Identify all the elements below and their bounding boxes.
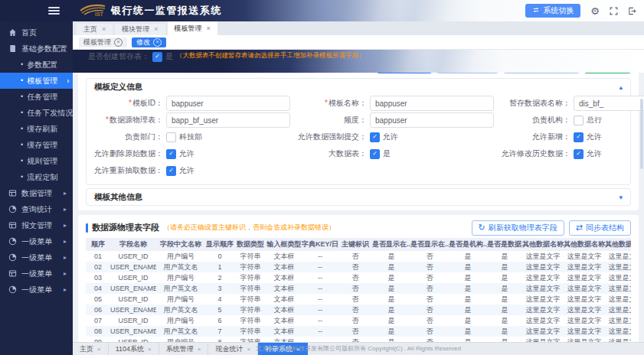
table-cell: 否 — [338, 305, 372, 315]
close-icon[interactable]: × — [154, 24, 158, 35]
table-header-row: 顺序字段名称字段中文名称显示顺序数据类型输入框类型字典KEY/日...主键标识是… — [86, 238, 631, 251]
sidebar-item-template-mgmt[interactable]: •模板管理 — [0, 73, 73, 89]
crumb-template-mgmt[interactable]: 模板管理× — [79, 37, 127, 47]
frequency-field[interactable] — [370, 112, 494, 128]
big-data-table-checkbox[interactable]: ✓ — [370, 149, 380, 159]
table-cell: 是 — [449, 315, 487, 326]
close-icon[interactable]: × — [247, 346, 250, 353]
sync-structure-button[interactable]: ⇄同步表结构 — [569, 220, 631, 236]
hamburger-menu-icon[interactable] — [48, 7, 60, 16]
fields-header: 数据源物理表字段 （请务必正确设置主键标识，否则会造成补录数据错误） ↻刷新获取… — [86, 218, 631, 237]
crumb-edit[interactable]: 修改× — [132, 37, 166, 47]
expand-arrow-icon[interactable]: ▾ — [619, 194, 623, 201]
create-temp-table-checkbox[interactable]: ✓ — [152, 52, 162, 62]
allow-re-extract-checkbox[interactable]: ✓ — [166, 166, 176, 176]
column-header: 字段名称 — [110, 238, 156, 251]
sidebar-item-task-mgmt[interactable]: •任务管理 — [0, 89, 73, 105]
sidebar-item-level1-menu-2[interactable]: 一级菜单▸ — [0, 249, 73, 265]
table-row[interactable]: 04USER_ENAME用户英文名3字符串文本框--否是否是是这里是文字这里是文… — [86, 283, 631, 294]
template-name-field[interactable] — [370, 96, 494, 111]
table-cell: USER_ENAME — [110, 262, 156, 272]
bottom-tab-1104-system[interactable]: 1104系统× — [109, 343, 159, 355]
table-cell: 是 — [449, 251, 487, 262]
table-cell: 是 — [487, 315, 522, 326]
temp-table-name-field[interactable] — [574, 96, 644, 111]
sidebar-item-data-mgmt[interactable]: 数据管理▸ — [0, 185, 73, 201]
table-cell: 4 — [205, 294, 234, 305]
table-row[interactable]: 07USER_ID用户编号6字符串文本框--否是否是是这里是文字这里是文字这里是… — [86, 315, 631, 326]
table-row[interactable]: 06USER_ENAME用户英文名5字符串文本框--否是否是是这里是文字这里是文… — [86, 305, 631, 315]
sidebar-item-rule-mgmt[interactable]: •规则管理 — [0, 153, 73, 169]
responsible-dept-checkbox[interactable] — [166, 132, 176, 142]
checkbox-wrap: ✓允许 — [370, 132, 398, 142]
circle-close-icon[interactable]: × — [153, 38, 162, 47]
table-cell: 否 — [338, 294, 372, 305]
tab-home[interactable]: 主页× — [77, 24, 113, 35]
sidebar-item-report-mgmt[interactable]: 报文管理▸ — [0, 217, 73, 233]
tab-template-mgmt[interactable]: 模板管理× — [168, 21, 217, 35]
sidebar-item-level1-menu-4[interactable]: 一级菜单▸ — [0, 282, 73, 298]
close-icon[interactable]: × — [97, 346, 101, 353]
gear-icon[interactable]: ⚙ — [590, 6, 600, 16]
sidebar-item-level1-menu-3[interactable]: 一级菜单▸ — [0, 265, 73, 282]
table-row[interactable]: 05USER_ID用户编号4字符串文本框--否是否是是这里是文字这里是文字这里是… — [86, 294, 631, 305]
sidebar-item-param-config[interactable]: •参数配置 — [0, 57, 73, 73]
field-label: 暂存数据表名称： — [494, 98, 570, 109]
chart-icon — [8, 237, 17, 246]
sidebar-menu: 首页基础参数配置▾•参数配置•模板管理•任务管理•任务下发情况•缓存刷新•缓存管… — [0, 21, 73, 298]
datasource-table-field[interactable] — [166, 112, 290, 128]
table-cell: 否 — [410, 251, 449, 262]
tab-module-mgmt[interactable]: 模块管理× — [115, 24, 165, 35]
table-cell: 是 — [372, 262, 410, 272]
table-cell: 这里是文字 — [564, 283, 605, 294]
tab-label: 1104系统 — [116, 344, 144, 354]
field-label: 允许数据强制提交： — [290, 132, 367, 142]
responsible-dept-checkbox-row: 负责部门：科技部 — [87, 129, 290, 145]
logout-icon[interactable] — [628, 7, 636, 15]
table-cell: 是 — [487, 283, 522, 294]
page-scrollbar-thumb[interactable] — [640, 99, 643, 169]
table-cell: 3 — [205, 283, 234, 294]
bottom-tab-home[interactable]: 主页× — [73, 343, 109, 355]
sidebar-item-level1-menu-1[interactable]: 一级菜单▸ — [0, 233, 73, 249]
close-icon[interactable]: × — [198, 346, 201, 353]
allow-add-checkbox[interactable]: ✓ — [574, 132, 584, 142]
column-header: 其他数据名称 — [564, 238, 605, 251]
bottom-tab-cash-stats[interactable]: 现金统计× — [208, 343, 258, 355]
collapse-arrow-icon[interactable]: ▴ — [619, 83, 623, 91]
allow-delete-original-checkbox[interactable]: ✓ — [166, 149, 176, 159]
table-cell: 02 — [86, 262, 110, 272]
sidebar-item-base-param-config[interactable]: 基础参数配置▾ — [0, 41, 73, 57]
responsible-org-checkbox[interactable] — [574, 116, 584, 125]
fullscreen-icon[interactable] — [610, 7, 618, 15]
sidebar-item-query-stats[interactable]: 查询统计▸ — [0, 201, 73, 217]
template-id-field[interactable] — [166, 96, 290, 111]
page-scrollbar[interactable] — [640, 79, 643, 340]
sync-icon: ⇄ — [576, 223, 583, 232]
table-row[interactable]: 01USER_ID用户编号0字符串文本框--否是否是是这里是文字这里是文字这里是… — [86, 251, 631, 262]
table-row[interactable]: 03USER_ID用户编号2字符串文本框--否是否是是这里是文字这里是文字这里是… — [86, 272, 631, 283]
refresh-fields-button[interactable]: ↻刷新获取物理表字段 — [472, 220, 564, 236]
table-row[interactable]: 08USER_ENAME用户英文名7字符串文本框--否是否是是这里是文字这里是文… — [86, 326, 631, 337]
table-cell: 0 — [205, 251, 234, 262]
sidebar-item-label: 缓存管理 — [27, 140, 57, 151]
column-header: 顺序 — [86, 238, 110, 251]
sidebar-item-task-dispatch-status[interactable]: •任务下发情况 — [0, 105, 73, 121]
column-header: 主键标识 — [338, 238, 372, 251]
circle-close-icon[interactable]: × — [114, 38, 123, 47]
brand: IST 银行统一监管报送系统 — [79, 0, 222, 21]
sidebar-item-cache-mgmt[interactable]: •缓存管理 — [0, 137, 73, 153]
allow-edit-history-checkbox[interactable]: ✓ — [574, 149, 584, 159]
table-cell: 否 — [410, 326, 449, 337]
table-row[interactable]: 02USER_ENAME用户英文名1字符串文本框--否是否是是这里是文字这里是文… — [86, 262, 631, 272]
close-icon[interactable]: × — [102, 24, 106, 35]
sidebar-item-home[interactable]: 首页 — [0, 24, 73, 41]
bottom-tab-system-mgmt[interactable]: 系统管理× — [159, 343, 209, 355]
force-submit-checkbox[interactable]: ✓ — [370, 132, 380, 142]
sidebar-item-cache-refresh[interactable]: •缓存刷新 — [0, 121, 73, 137]
system-switch-button[interactable]: 系统切换 — [525, 4, 580, 18]
checkbox-label: 允许 — [179, 165, 195, 176]
sidebar-item-process-custom[interactable]: •流程定制 — [0, 169, 73, 185]
close-icon[interactable]: × — [148, 346, 152, 353]
close-icon[interactable]: × — [207, 21, 211, 35]
